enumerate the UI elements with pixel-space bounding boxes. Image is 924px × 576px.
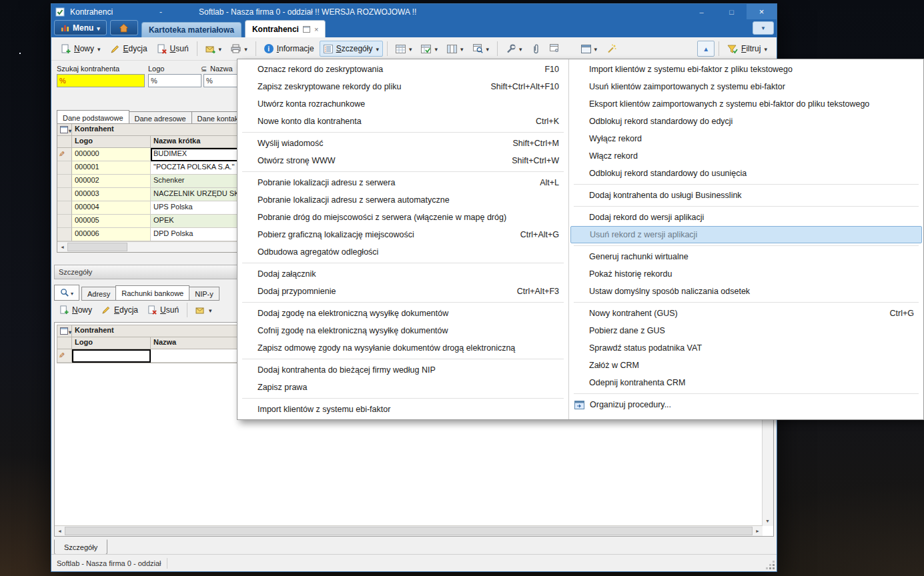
new-record-button[interactable]: Nowy xyxy=(57,41,105,57)
titlebar[interactable]: Kontrahenci - Softlab - Nasza firma 0 - … xyxy=(51,4,777,19)
edit-button[interactable]: Edycja xyxy=(106,41,151,57)
tab-adresy[interactable]: Adresy xyxy=(81,287,116,301)
magic-wand-button[interactable] xyxy=(602,41,620,57)
menu-button[interactable]: Menu xyxy=(54,20,107,35)
menu-item[interactable]: Zapisz odmowę zgody na wysyłanie dokumen… xyxy=(238,339,568,357)
menu-item[interactable]: Usuń klientów zaimportowanych z systemu … xyxy=(569,78,923,95)
tools-button[interactable] xyxy=(502,41,526,57)
row-marker[interactable] xyxy=(57,201,72,215)
menu-item[interactable]: Generuj rachunki wirtualne xyxy=(569,248,923,265)
cell-logo[interactable]: 000005 xyxy=(72,215,151,228)
cell-logo[interactable]: 000006 xyxy=(72,228,151,241)
menu-item[interactable]: Pobranie lokalizacji adresu z serweraAlt… xyxy=(238,174,568,191)
menu-item[interactable]: Nowy kontrahent (GUS)Ctrl+G xyxy=(569,305,923,322)
home-button[interactable] xyxy=(110,20,138,35)
menu-item[interactable]: Nowe konto dla kontrahentaCtrl+K xyxy=(238,113,568,130)
search-kontrahent-input[interactable] xyxy=(57,74,145,87)
menu-item[interactable]: Dodaj zgodę na elektroniczną wysyłkę dok… xyxy=(238,305,568,322)
filter-button[interactable]: Filtruj xyxy=(723,41,771,57)
column-header-logo[interactable]: Logo xyxy=(72,136,151,148)
cell-logo[interactable]: 000003 xyxy=(72,188,151,201)
details-send-menu-button[interactable] xyxy=(191,302,216,318)
menu-item[interactable]: Odblokuj rekord standardowy do edycji xyxy=(569,113,923,130)
cell-logo[interactable]: 000002 xyxy=(72,175,151,188)
scroll-left-icon[interactable] xyxy=(57,242,67,252)
attachment-button[interactable] xyxy=(528,41,544,57)
column-header-logo[interactable]: Logo xyxy=(72,337,151,349)
cell-logo[interactable]: 000000 xyxy=(72,148,151,161)
column-chooser-button[interactable] xyxy=(57,325,72,337)
details-button[interactable]: Szczegóły xyxy=(320,41,383,57)
menu-item[interactable]: Sprawdź status podatnika VAT xyxy=(569,339,923,357)
scrollbar-thumb[interactable] xyxy=(65,527,753,535)
cell-logo[interactable]: 000004 xyxy=(72,201,151,215)
menu-item[interactable]: Ustaw domyślny sposób naliczania odsetek xyxy=(569,283,923,300)
tab-kartoteka-materialowa[interactable]: Kartoteka materiałowa xyxy=(141,22,242,37)
menu-item[interactable]: Pobierz graficzną lokalizację miejscowoś… xyxy=(238,226,568,243)
send-menu-button[interactable] xyxy=(201,41,226,57)
grid-check-button[interactable] xyxy=(417,41,442,57)
menu-item[interactable]: Otwórz stronę WWWShift+Ctrl+W xyxy=(238,152,568,169)
undock-tab-icon[interactable] xyxy=(303,26,310,33)
row-marker[interactable] xyxy=(57,228,72,241)
details-edit-button[interactable]: Edycja xyxy=(97,302,142,318)
menu-item[interactable]: Utwórz konta rozrachunkowe xyxy=(238,95,568,113)
menu-item[interactable]: Włącz rekord xyxy=(569,147,923,165)
menu-item[interactable]: Dodaj załącznik xyxy=(238,265,568,283)
search-logo-input[interactable] xyxy=(148,74,201,87)
menu-item[interactable]: Eksport klientów zaimportowanych z syste… xyxy=(569,95,923,113)
menu-item[interactable]: Dodaj kontrahenta do bieżącej firmy wedł… xyxy=(238,361,568,379)
menu-item[interactable]: Pobierz dane z GUS xyxy=(569,322,923,339)
scroll-right-icon[interactable] xyxy=(753,526,763,536)
menu-item[interactable]: Zapisz prawa xyxy=(238,379,568,396)
delete-button[interactable]: Usuń xyxy=(153,41,193,57)
scroll-left-icon[interactable] xyxy=(55,526,65,536)
tab-rachunki-bankowe[interactable]: Rachunki bankowe xyxy=(115,285,189,301)
column-chooser-button[interactable] xyxy=(57,124,72,136)
menu-item-highlighted[interactable]: Usuń rekord z wersji aplikacji xyxy=(570,226,922,243)
menu-item[interactable]: Wyślij wiadomośćShift+Ctrl+M xyxy=(238,135,568,152)
details-delete-button[interactable]: Usuń xyxy=(143,302,183,318)
menu-item[interactable]: Załóż w CRM xyxy=(569,357,923,374)
window-layout-button[interactable] xyxy=(577,41,602,57)
tab-kontrahenci[interactable]: Kontrahenci xyxy=(245,20,326,37)
close-button[interactable]: × xyxy=(747,4,777,19)
scrollbar-thumb[interactable] xyxy=(67,243,127,251)
horizontal-scrollbar[interactable] xyxy=(55,525,763,536)
info-button[interactable]: Informacje xyxy=(260,41,318,57)
menu-item[interactable]: Cofnij zgodę na elektroniczną wysyłkę do… xyxy=(238,322,568,339)
cell-logo[interactable]: 000001 xyxy=(72,161,151,175)
row-marker[interactable] xyxy=(57,161,72,175)
maximize-button[interactable]: □ xyxy=(717,4,747,19)
menu-item[interactable]: Pokaż historię rekordu xyxy=(569,265,923,283)
menu-item[interactable]: Dodaj kontrahenta do usługi Businesslink xyxy=(569,187,923,204)
contains-operator[interactable]: ⊆ xyxy=(201,65,207,73)
menu-item[interactable]: Dodaj rekord do wersji aplikacji xyxy=(569,209,923,226)
scroll-down-icon[interactable] xyxy=(763,516,773,526)
row-marker[interactable] xyxy=(57,175,72,188)
menu-item-organize-procedures[interactable]: Organizuj procedury... xyxy=(569,396,923,413)
menu-item[interactable]: Oznacz rekord do zeskryptowaniaF10 xyxy=(238,61,568,78)
menu-item[interactable]: Odepnij kontrahenta CRM xyxy=(569,374,923,391)
menu-item[interactable]: Import klientów z systemu ebi-faktor z p… xyxy=(569,61,923,78)
menu-item[interactable]: Import klientów z systemu ebi-faktor xyxy=(238,401,568,418)
menu-item[interactable]: Pobranie dróg do miejscowości z serwera … xyxy=(238,209,568,226)
grid-search-button[interactable] xyxy=(469,41,494,57)
row-marker[interactable] xyxy=(57,148,72,161)
collapse-toolbar-button[interactable] xyxy=(697,41,715,57)
cell-logo-focused[interactable] xyxy=(72,349,151,363)
grid-views-button[interactable] xyxy=(392,41,416,57)
close-tab-icon[interactable] xyxy=(314,25,318,34)
row-marker[interactable] xyxy=(57,349,72,363)
tab-nip-y[interactable]: NIP-y xyxy=(189,287,219,301)
resize-grip[interactable] xyxy=(766,561,775,570)
details-new-button[interactable]: Nowy xyxy=(55,302,96,318)
menu-item[interactable]: Odblokuj rekord standardowy do usunięcia xyxy=(569,165,923,182)
menu-item[interactable]: Odbudowa agregatów odległości xyxy=(238,243,568,261)
columns-button[interactable] xyxy=(443,41,468,57)
row-marker[interactable] xyxy=(57,215,72,228)
quick-search-button[interactable] xyxy=(54,285,79,301)
minimize-button[interactable]: – xyxy=(686,4,717,19)
menu-item[interactable]: Wyłącz rekord xyxy=(569,130,923,147)
menu-item[interactable]: Zapisz zeskryptowane rekordy do plikuShi… xyxy=(238,78,568,95)
